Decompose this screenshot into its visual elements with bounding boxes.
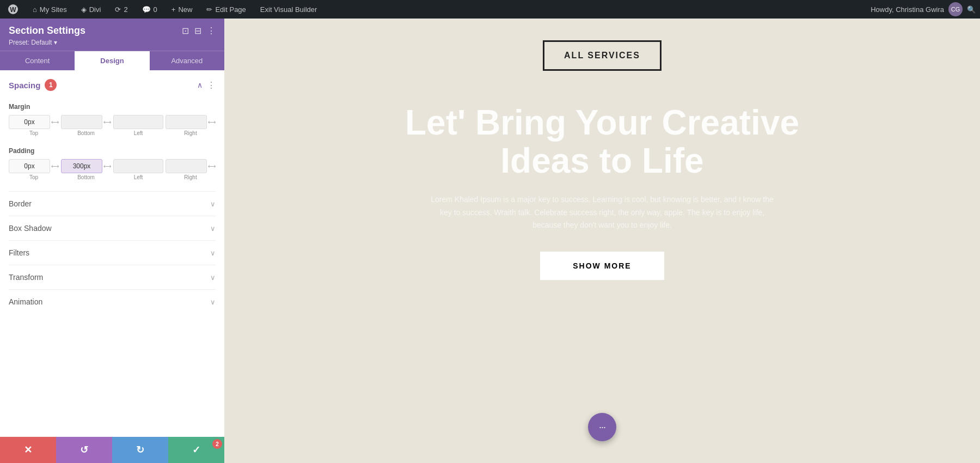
animation-section[interactable]: Animation ∨ [9,289,216,314]
undo-icon: ↺ [80,444,88,456]
margin-right-label: Right [184,130,197,136]
panel-body: Spacing 1 ∧ ⋮ Margin ⟷ [0,70,224,437]
topbar-right: Howdy, Christina Gwira CG 🔍 [871,2,976,16]
right-content: ALL SERVICES Let' Bring Your Creative Id… [224,19,980,463]
spacing-options-icon[interactable]: ⋮ [207,80,216,90]
new-btn[interactable]: + New [168,4,196,15]
margin-top-input[interactable] [9,115,50,129]
margin-top-label: Top [29,130,38,136]
exit-visual-builder-btn[interactable]: Exit Visual Builder [257,4,321,15]
tab-design[interactable]: Design [75,51,149,70]
avatar[interactable]: CG [948,2,963,16]
box-shadow-arrow-icon: ∨ [210,224,216,233]
padding-row: ⟷ Top ⟷ Bottom [9,159,216,180]
all-services-button[interactable]: ALL SERVICES [543,40,661,71]
margin-left-input[interactable] [113,115,163,129]
divi-icon: ◈ [81,5,87,14]
save-button[interactable]: ✓ 2 [168,437,224,463]
animation-title: Animation [9,297,42,306]
panel-footer: ✕ ↺ ↻ ✓ 2 [0,437,224,463]
padding-top-link-icon[interactable]: ⟷ [51,163,59,169]
padding-left-input[interactable] [113,159,163,173]
margin-bottom-label: Bottom [77,130,95,136]
padding-right-link-icon[interactable]: ⟷ [208,163,216,169]
bubble-icon: ⟳ [115,5,121,14]
search-icon[interactable]: 🔍 [967,5,976,14]
floating-dots-icon: ··· [599,422,605,433]
tab-content[interactable]: Content [0,51,75,70]
padding-bottom-input[interactable] [61,159,102,173]
comments-count-btn[interactable]: 💬 0 [139,4,161,15]
redo-icon: ↻ [136,444,144,456]
transform-title: Transform [9,273,43,282]
comments-btn[interactable]: ⟳ 2 [112,4,131,15]
panel-title: Section Settings [9,25,85,36]
hero-title: Let' Bring Your Creative Ideas to Life [405,103,799,180]
margin-top-link-icon[interactable]: ⟷ [51,119,59,125]
edit-page-btn[interactable]: ✏ Edit Page [203,4,249,15]
filters-title: Filters [9,248,29,257]
box-shadow-section[interactable]: Box Shadow ∨ [9,216,216,240]
margin-left-label: Left [134,130,143,136]
focus-mode-icon[interactable]: ⊡ [182,26,189,36]
wp-icon-btn[interactable]: W [4,3,22,16]
margin-right-field: ⟷ Right [166,115,216,136]
padding-right-label: Right [184,174,197,180]
padding-right-field: ⟷ Right [166,159,216,180]
transform-arrow-icon: ∨ [210,273,216,282]
cancel-button[interactable]: ✕ [0,437,56,463]
undo-button[interactable]: ↺ [56,437,112,463]
topbar: W ⌂ My Sites ◈ Divi ⟳ 2 💬 0 + New ✏ Edit… [0,0,980,19]
redo-button[interactable]: ↻ [112,437,168,463]
preset-row[interactable]: Preset: Default ▾ [9,39,216,46]
cancel-icon: ✕ [24,444,32,456]
border-section[interactable]: Border ∨ [9,191,216,216]
spacing-title: Spacing [9,81,40,90]
transform-section[interactable]: Transform ∨ [9,265,216,289]
save-badge: 2 [212,439,222,449]
border-title: Border [9,199,32,208]
floating-action-button[interactable]: ··· [588,413,616,441]
margin-bottom-input[interactable] [61,115,102,129]
columns-icon[interactable]: ⊟ [194,26,201,36]
spacing-controls: ∧ ⋮ [197,80,216,90]
pencil-icon: ✏ [206,5,212,14]
margin-row: ⟷ Top ⟷ Bottom [9,115,216,136]
padding-left-label: Left [134,174,143,180]
padding-bottom-link-icon[interactable]: ⟷ [103,163,111,169]
spacing-badge: 1 [45,79,57,91]
panel-title-row: Section Settings ⊡ ⊟ ⋮ [9,25,216,36]
margin-right-input[interactable] [166,115,207,129]
margin-label: Margin [9,103,216,111]
margin-top-field: ⟷ Top [9,115,59,136]
tab-advanced[interactable]: Advanced [150,51,224,70]
topbar-left: W ⌂ My Sites ◈ Divi ⟳ 2 💬 0 + New ✏ Edit… [4,3,320,16]
padding-left-field: Left [113,159,163,180]
padding-bottom-field: ⟷ Bottom [61,159,111,180]
chevron-down-icon: ▾ [54,39,57,46]
margin-right-link-icon[interactable]: ⟷ [208,119,216,125]
more-options-icon[interactable]: ⋮ [207,26,216,36]
main-area: Section Settings ⊡ ⊟ ⋮ Preset: Default ▾… [0,19,980,463]
save-check-icon: ✓ [192,444,200,456]
divi-btn[interactable]: ◈ Divi [78,4,105,15]
spacing-section-header: Spacing 1 ∧ ⋮ [9,79,216,95]
padding-group: Padding ⟷ Top ⟷ Bottom [9,147,216,180]
padding-top-field: ⟷ Top [9,159,59,180]
filters-section[interactable]: Filters ∨ [9,240,216,265]
margin-bottom-link-icon[interactable]: ⟷ [103,119,111,125]
padding-top-label: Top [29,174,38,180]
border-arrow-icon: ∨ [210,200,216,208]
margin-group: Margin ⟷ Top ⟷ [9,103,216,136]
show-more-button[interactable]: SHOW MORE [540,252,664,280]
hero-subtitle: Lorem Khaled Ipsum is a major key to suc… [428,193,776,232]
panel-header: Section Settings ⊡ ⊟ ⋮ Preset: Default ▾ [0,19,224,51]
howdy-text: Howdy, Christina Gwira [871,5,944,14]
my-sites-btn[interactable]: ⌂ My Sites [29,4,70,15]
padding-right-input[interactable] [166,159,207,173]
animation-arrow-icon: ∨ [210,298,216,306]
panel-icons: ⊡ ⊟ ⋮ [182,26,216,36]
spacing-title-wrap: Spacing 1 [9,79,57,91]
padding-top-input[interactable] [9,159,50,173]
spacing-collapse-icon[interactable]: ∧ [197,81,203,89]
